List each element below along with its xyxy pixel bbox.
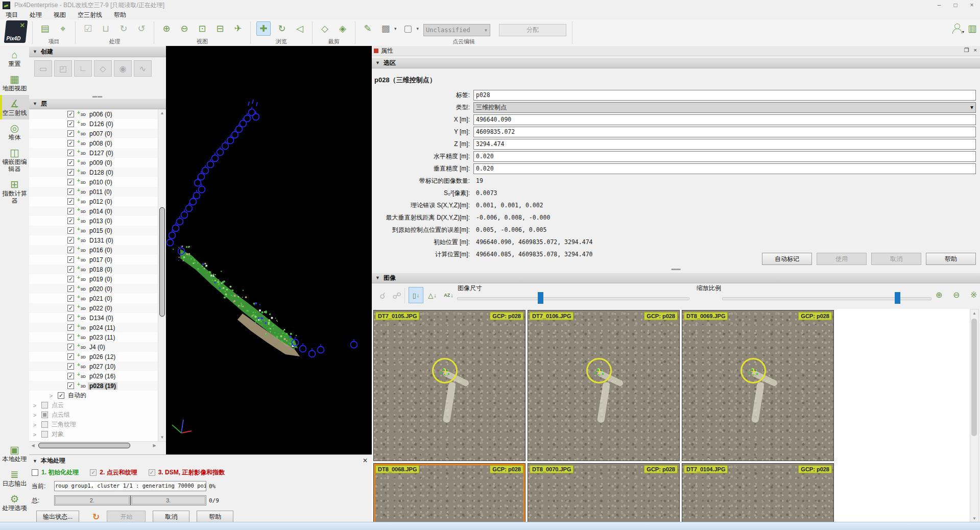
zoom-in-icon[interactable]: ⊕ xyxy=(160,22,173,35)
帮助-button[interactable]: 帮助 xyxy=(926,253,976,265)
images-zoom-in-icon[interactable]: ⊕ xyxy=(936,290,942,300)
images-fit-icon[interactable]: ※ xyxy=(970,290,977,300)
look-around-icon[interactable]: ◁ xyxy=(293,22,306,35)
checkbox-checked-icon[interactable] xyxy=(67,276,74,282)
sidebar-item-指数计算器[interactable]: ⊞指数计算器 xyxy=(0,176,29,207)
process-check-icon[interactable]: ☑ xyxy=(81,22,94,35)
checkbox-checked-icon[interactable] xyxy=(58,392,64,399)
checkbox-checked-icon[interactable] xyxy=(67,237,74,244)
layer-row-D131[interactable]: +3DD131 (0) xyxy=(29,235,166,245)
layers-horizontal-scrollbar[interactable]: ◀ ▶ xyxy=(29,441,166,449)
add-camera-button[interactable]: ◉ xyxy=(114,60,132,77)
image-thumbnail-DT8_0069.JPG[interactable]: DT8_0069.JPGGCP: p028 xyxy=(682,310,834,461)
pan-icon[interactable]: ✚ xyxy=(256,21,271,36)
sidebar-item-本地处理[interactable]: ▣本地处理 xyxy=(0,441,29,466)
checkbox-checked-icon[interactable] xyxy=(67,227,74,234)
chevron-right-icon[interactable]: > xyxy=(32,402,37,408)
checkbox-checked-icon[interactable] xyxy=(67,344,74,350)
step-checkbox-1[interactable] xyxy=(32,469,38,476)
image-size-slider-handle[interactable] xyxy=(538,292,543,304)
crop-box-icon[interactable]: ◇ xyxy=(318,22,331,35)
chevron-right-icon[interactable]: > xyxy=(32,431,37,438)
layer-row-p010[interactable]: +3Dp010 (0) xyxy=(29,177,166,187)
layer-row-p018[interactable]: +3Dp018 (0) xyxy=(29,264,166,274)
property-input[interactable]: 0.020 xyxy=(473,163,976,174)
assign-button[interactable]: 分配 xyxy=(499,24,566,36)
layer-row-p008[interactable]: +3Dp008 (0) xyxy=(29,138,166,148)
scrollbar-thumb[interactable] xyxy=(971,319,977,436)
menu-item-4[interactable]: 帮助 xyxy=(112,10,128,20)
layer-row-D128[interactable]: +3DD128 (0) xyxy=(29,167,166,177)
checkbox-checked-icon[interactable] xyxy=(67,363,74,370)
output-status-button[interactable]: 输出状态... xyxy=(36,511,79,523)
checkbox-unchecked-icon[interactable] xyxy=(41,431,48,438)
layer-row-p019[interactable]: +3Dp019 (0) xyxy=(29,274,166,284)
sidebar-item-重置[interactable]: ⌂重置 xyxy=(0,46,29,70)
minimize-button[interactable]: – xyxy=(931,0,947,10)
sidebar-item-地图视图[interactable]: ▦地图视图 xyxy=(0,70,29,95)
menu-item-1[interactable]: 处理 xyxy=(28,10,43,20)
help-button[interactable]: 帮助 xyxy=(197,511,233,523)
local-processing-header[interactable]: ▼ 本地处理 xyxy=(29,455,372,465)
layer-row-J4[interactable]: +3DJ4 (0) xyxy=(29,342,166,352)
crop-points-icon[interactable]: ◈ xyxy=(336,22,349,35)
zoom-out-icon[interactable]: ⊖ xyxy=(178,22,191,35)
tree-row-三角纹理[interactable]: >三角纹理 xyxy=(29,420,166,429)
property-input[interactable]: 496640.090 xyxy=(473,114,976,125)
images-section-header[interactable]: ▼ 图像 xyxy=(372,272,980,283)
image-thumbnail-DT8_0070.JPG[interactable]: DT8_0070.JPGGCP: p028 xyxy=(528,463,680,522)
reload-add-icon[interactable]: ↺ xyxy=(135,22,148,35)
layer-row-p020[interactable]: +3Dp020 (0) xyxy=(29,284,166,294)
checkbox-checked-icon[interactable] xyxy=(67,373,74,379)
close-button[interactable]: × xyxy=(964,0,980,10)
recenter-target-icon[interactable]: ⌖ xyxy=(56,22,69,35)
checkbox-checked-icon[interactable] xyxy=(67,208,74,214)
tree-row-点云组[interactable]: >点云组 xyxy=(29,410,166,420)
orbit-icon[interactable]: ↻ xyxy=(275,22,289,35)
sidebar-item-空三射线[interactable]: ∡空三射线 xyxy=(0,95,29,119)
checkbox-checked-icon[interactable] xyxy=(67,353,74,360)
panels-layout-icon[interactable]: ▥ xyxy=(968,22,977,34)
layer-row-p024[interactable]: +3Dp024 (11) xyxy=(29,323,166,332)
image-thumbnail-DT7_0104.JPG[interactable]: DT7_0104.JPGGCP: p028 xyxy=(682,463,834,522)
property-input[interactable]: 3294.474 xyxy=(473,139,976,150)
images-zoom-out-icon[interactable]: ⊖ xyxy=(953,290,960,300)
sidebar-item-处理选项[interactable]: ⚙处理选项 xyxy=(0,490,29,515)
start-button[interactable]: 开始 xyxy=(107,511,146,523)
menu-item-3[interactable]: 空三射线 xyxy=(76,10,104,20)
draw-rect-button[interactable]: ▭ xyxy=(34,60,52,77)
checkbox-checked-icon[interactable] xyxy=(67,324,74,331)
basket-icon[interactable]: ⊔ xyxy=(99,22,112,35)
tree-row-对象[interactable]: >对象 xyxy=(29,429,166,439)
layer-row-p017[interactable]: +3Dp017 (0) xyxy=(29,255,166,264)
collapse-view-icon[interactable]: ⊟ xyxy=(213,22,227,35)
properties-titlebar[interactable]: 属性 ❐ × xyxy=(372,46,980,56)
menu-item-0[interactable]: 项目 xyxy=(4,10,19,20)
step-checkbox-3[interactable] xyxy=(149,469,155,476)
checkbox-checked-icon[interactable] xyxy=(67,256,74,263)
reload-icon[interactable]: ↻ xyxy=(117,22,130,35)
layer-row-p016[interactable]: +3Dp016 (0) xyxy=(29,245,166,255)
menu-item-2[interactable]: 视图 xyxy=(52,10,67,20)
tree-row-自动的[interactable]: >自动的 xyxy=(29,391,166,400)
classification-dropdown[interactable]: Unclassified▾ xyxy=(423,24,490,36)
sidebar-item-镶嵌图编辑器[interactable]: ◫镶嵌图编辑器 xyxy=(0,144,29,176)
dropdown-caret-icon[interactable]: ▾ xyxy=(417,26,419,31)
link-images-icon[interactable]: ☌ xyxy=(376,289,389,302)
checkbox-unchecked-icon[interactable] xyxy=(41,421,48,428)
checkbox-checked-icon[interactable] xyxy=(67,295,74,302)
unlink-images-icon[interactable]: ☍ xyxy=(390,289,403,302)
checkbox-checked-icon[interactable] xyxy=(67,305,74,311)
checkbox-checked-icon[interactable] xyxy=(67,121,74,127)
checkbox-checked-icon[interactable] xyxy=(67,111,74,117)
layer-row-p009[interactable]: +3Dp009 (0) xyxy=(29,158,166,167)
step-checkbox-2[interactable] xyxy=(90,469,97,476)
layers-vertical-scrollbar[interactable]: ▲ ▼ xyxy=(158,109,166,441)
scroll-down-icon[interactable]: ▼ xyxy=(970,515,978,522)
zoom-level-slider-handle[interactable] xyxy=(895,292,900,304)
scroll-left-icon[interactable]: ◀ xyxy=(29,442,37,449)
draw-axis-button[interactable]: ∟ xyxy=(74,60,92,77)
layer-row-p027[interactable]: +3Dp027 (10) xyxy=(29,362,166,371)
property-input[interactable]: 0.020 xyxy=(473,151,976,162)
3d-viewport[interactable] xyxy=(166,46,372,454)
